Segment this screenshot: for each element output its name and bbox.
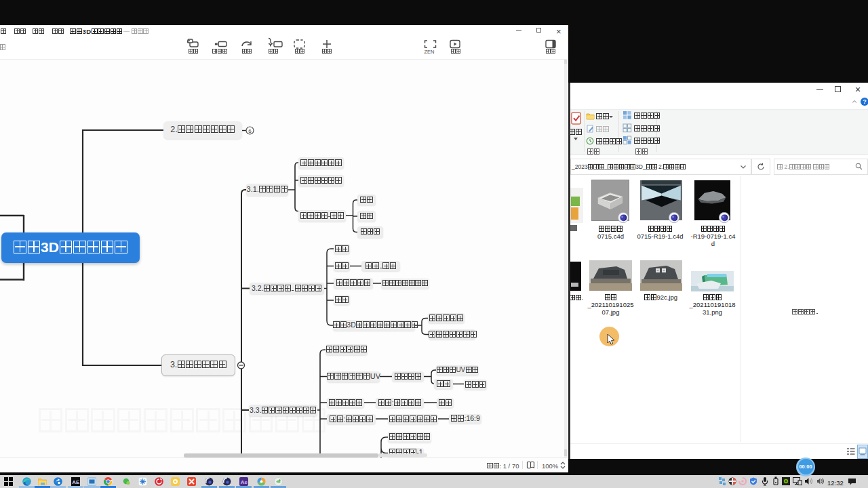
svg-text:6: 6 [248,128,252,134]
svg-text:AE: AE [72,479,80,485]
svg-text:Ae: Ae [241,479,248,485]
